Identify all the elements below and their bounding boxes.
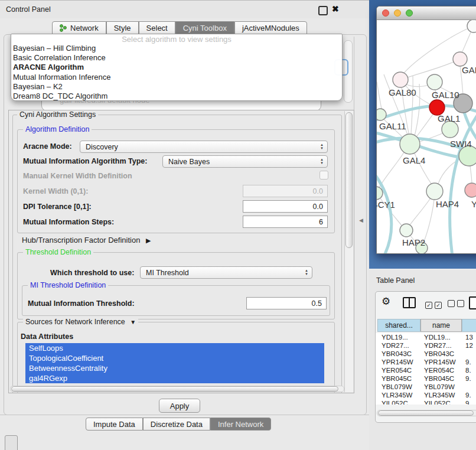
tab-select[interactable]: Select — [139, 21, 175, 34]
scrollbar-thumb[interactable] — [11, 386, 338, 392]
table-cell: YIL052C — [424, 399, 451, 405]
close-icon[interactable]: ✖ — [332, 4, 339, 14]
splitter-left-icon[interactable]: ◀ — [359, 217, 363, 223]
new-table-icon[interactable] — [469, 296, 476, 309]
control-panel-titlebar: Control Panel ✖ — [0, 0, 369, 18]
checked-box-icon: ✓ — [425, 302, 432, 309]
dpi-tolerance-field[interactable]: 0.0 — [243, 200, 328, 213]
network-node-gal80[interactable] — [393, 72, 408, 87]
settings-vertical-scrollbar[interactable] — [344, 111, 353, 392]
scrollbar-thumb[interactable] — [378, 410, 474, 416]
network-edge[interactable] — [470, 166, 472, 184]
algorithm-option[interactable]: Basic Correlation Inference — [11, 53, 342, 63]
network-node-gal4[interactable] — [400, 134, 420, 154]
aracne-mode-select[interactable]: Discovery ▲▼ — [80, 141, 328, 153]
algorithm-option[interactable]: ARACNE Algorithm — [11, 63, 342, 72]
float-window-icon[interactable] — [318, 6, 328, 15]
tab-network[interactable]: Network — [52, 21, 106, 34]
network-node-swi4[interactable] — [459, 146, 476, 166]
network-node-hap2[interactable] — [400, 224, 413, 237]
network-edge[interactable] — [377, 81, 382, 109]
network-canvas[interactable]: GALGAL80GAL10GAL1GAL11SWI4GAL4GCY1HAP4YH… — [377, 20, 476, 253]
algorithm-option[interactable]: Dream8 DC_TDC Algorithm — [11, 92, 342, 101]
network-edge[interactable] — [415, 113, 434, 139]
sources-title[interactable]: Sources for Network Inference ▼ — [23, 318, 138, 326]
which-threshold-select[interactable]: MI Threshold ▲▼ — [140, 266, 312, 279]
hub-definition-toggle[interactable]: Hub/Transcription Factor Definition ▶ — [22, 236, 151, 244]
mi-steps-field[interactable]: 6 — [243, 216, 328, 228]
table-cell: YPR145W — [424, 358, 456, 366]
close-traffic-icon[interactable] — [382, 9, 389, 17]
attribute-list-item[interactable]: SelfLoops — [25, 343, 324, 353]
column-header-shared[interactable]: shared... — [377, 319, 420, 332]
table-row[interactable]: YBL079WYBL079W — [376, 383, 476, 391]
attribute-list-item[interactable]: TopologicalCoefficient — [25, 353, 324, 363]
table-cell: 12 — [465, 341, 473, 350]
network-window-titlebar[interactable] — [377, 6, 476, 20]
table-row[interactable]: YBR045CYBR045C9. — [376, 374, 476, 383]
mi-type-select[interactable]: Naive Bayes ▲▼ — [162, 155, 328, 168]
kernel-width-field[interactable]: 0.0 — [243, 185, 328, 197]
tab-discretize-data[interactable]: Discretize Data — [143, 418, 210, 431]
deselect-all-checks-icon[interactable] — [448, 299, 467, 309]
minimize-traffic-icon[interactable] — [394, 9, 401, 17]
tab-label: Network — [70, 24, 99, 32]
algorithm-list: Bayesian – Hill ClimbingBasic Correlatio… — [11, 44, 342, 101]
zoom-traffic-icon[interactable] — [406, 9, 413, 17]
table-row[interactable]: YER054CYER054C8. — [376, 366, 476, 374]
settings-horizontal-scrollbar[interactable] — [10, 386, 344, 392]
data-attributes-list: SelfLoopsTopologicalCoefficientBetweenne… — [25, 343, 324, 383]
table-horizontal-scrollbar[interactable] — [377, 410, 476, 416]
table-cell: 9. — [465, 374, 471, 383]
manual-kernel-checkbox[interactable] — [319, 171, 328, 180]
algorithm-option[interactable]: Bayesian – Hill Climbing — [11, 44, 342, 53]
column-header-name[interactable]: name — [420, 319, 462, 332]
table-cell: 9. — [465, 358, 471, 366]
tab-impute-data[interactable]: Impute Data — [86, 418, 143, 431]
mi-threshold-group-title: MI Threshold Definition — [28, 281, 108, 289]
tab-cyni-toolbox[interactable]: Cyni Toolbox — [175, 21, 234, 34]
tab-infer-network[interactable]: Infer Network — [210, 418, 271, 431]
apply-button[interactable]: Apply — [159, 399, 200, 413]
network-edge[interactable] — [379, 152, 404, 188]
table-row[interactable]: YPR145WYPR145W9. — [376, 358, 476, 366]
node-label: GAL11 — [379, 121, 406, 131]
table-row[interactable]: YIL052CYIL052C9 — [376, 399, 476, 405]
gear-icon[interactable]: ⚙ — [382, 295, 390, 308]
network-edge[interactable] — [377, 172, 392, 253]
algorithm-option[interactable]: Mutual Information Inference — [11, 73, 342, 82]
table-row[interactable]: YDR27...YDR27...12 — [376, 341, 476, 350]
stepper-icon: ▲▼ — [320, 143, 324, 150]
node-label: GAL4 — [403, 155, 425, 165]
tab-jactivemnodules[interactable]: jActiveMNodules — [234, 21, 307, 34]
bottom-divider — [0, 415, 369, 415]
network-node-gal11[interactable] — [377, 109, 386, 120]
network-edge[interactable] — [438, 158, 463, 184]
network-node-gal1[interactable] — [442, 121, 458, 138]
table-row[interactable]: YDL19...YDL19...13 — [376, 333, 476, 341]
scrollbar-thumb[interactable] — [345, 112, 353, 248]
table-cell: YLR345W — [424, 391, 455, 399]
sources-title-label: Sources for Network Inference — [25, 318, 125, 326]
mi-threshold-field[interactable]: 0.5 — [246, 297, 327, 309]
mi-steps-label: Mutual Information Steps: — [23, 218, 114, 227]
network-edge[interactable] — [411, 76, 413, 134]
table-row[interactable]: YLR345WYLR345W9. — [376, 391, 476, 399]
network-node[interactable] — [467, 20, 476, 32]
network-edge[interactable] — [410, 197, 431, 225]
network-node-gal10[interactable] — [427, 74, 442, 90]
algorithm-option[interactable]: Bayesian – K2 — [11, 82, 342, 92]
attribute-list-item[interactable]: BetweennessCentrality — [25, 363, 324, 373]
minimized-panel-icon[interactable] — [5, 435, 18, 450]
network-node-y[interactable] — [465, 183, 476, 197]
column-header-extra[interactable] — [462, 319, 476, 332]
network-node-gal[interactable] — [453, 52, 467, 66]
table-cell: 9. — [465, 391, 471, 399]
network-node-hap4[interactable] — [426, 183, 443, 200]
table-row[interactable]: YBR043CYBR043C — [376, 350, 476, 358]
tab-style[interactable]: Style — [106, 21, 139, 34]
cyni-settings-panel: Cyni Algorithm Settings Algorithm Defini… — [8, 110, 354, 393]
columns-icon[interactable] — [403, 297, 416, 308]
select-all-checks-icon[interactable]: ✓✓ — [425, 299, 444, 309]
attribute-list-item[interactable]: gal4RGexp — [25, 373, 324, 383]
